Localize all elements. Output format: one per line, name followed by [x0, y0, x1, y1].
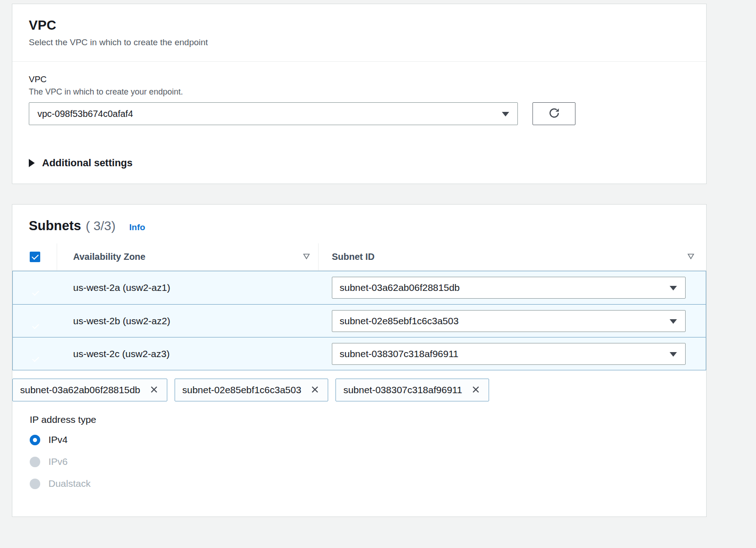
- chevron-down-icon: [502, 112, 509, 116]
- subnet-token-label: subnet-02e85ebf1c6c3a503: [182, 385, 301, 395]
- vpc-field-label: VPC: [29, 74, 690, 84]
- subnet-token: subnet-03a62ab06f28815db: [12, 379, 167, 401]
- table-row: us-west-2c (usw2-az3) subnet-038307c318a…: [13, 337, 706, 370]
- close-icon: [310, 385, 319, 395]
- column-header-subnet-id[interactable]: Subnet ID: [318, 243, 706, 270]
- ip-address-type-label: IP address type: [30, 414, 706, 425]
- radio-option-dualstack: Dualstack: [30, 478, 706, 489]
- subnets-table-header: Availability Zone Subnet ID: [12, 243, 706, 271]
- radio-selected-icon[interactable]: [30, 435, 40, 445]
- radio-label: Dualstack: [48, 478, 91, 489]
- subnet-token: subnet-038307c318af96911: [335, 379, 489, 401]
- chevron-down-icon: [670, 319, 677, 324]
- subnet-token-label: subnet-038307c318af96911: [343, 385, 462, 395]
- subnets-counter: ( 3/3): [85, 219, 115, 233]
- vpc-field-description: The VPC in which to create your endpoint…: [29, 87, 690, 97]
- radio-label: IPv4: [48, 434, 68, 445]
- availability-zone-cell: us-west-2b (usw2-az2): [57, 316, 319, 327]
- vpc-card: VPC Select the VPC in which to create th…: [12, 4, 707, 184]
- ip-address-type-section: IP address type IPv4 IPv6 Dualstack: [12, 401, 706, 516]
- subnet-select[interactable]: subnet-038307c318af96911: [332, 343, 686, 365]
- refresh-icon: [548, 107, 560, 121]
- select-all-checkbox[interactable]: [30, 252, 40, 262]
- additional-settings-label: Additional settings: [42, 157, 133, 169]
- additional-settings-toggle[interactable]: Additional settings: [12, 142, 706, 184]
- radio-option-ipv6: IPv6: [30, 456, 706, 467]
- availability-zone-cell: us-west-2a (usw2-az1): [57, 282, 319, 293]
- info-link[interactable]: Info: [129, 222, 145, 232]
- radio-option-ipv4[interactable]: IPv4: [30, 434, 706, 445]
- subnet-token-label: subnet-03a62ab06f28815db: [20, 385, 140, 395]
- vpc-select[interactable]: vpc-098f53b674c0afaf4: [29, 102, 518, 125]
- close-icon: [149, 385, 159, 395]
- radio-disabled-icon: [30, 457, 40, 467]
- remove-token-button[interactable]: [309, 384, 320, 396]
- availability-zone-header-label: Availability Zone: [73, 252, 145, 262]
- subnet-select[interactable]: subnet-03a62ab06f28815db: [332, 277, 686, 299]
- refresh-button[interactable]: [532, 102, 575, 125]
- sort-icon[interactable]: [303, 253, 310, 261]
- expander-triangle-icon: [29, 159, 35, 167]
- vpc-card-body: VPC The VPC in which to create your endp…: [12, 62, 706, 142]
- chevron-down-icon: [670, 352, 677, 357]
- selected-subnet-tokens: subnet-03a62ab06f28815db subnet-02e85ebf…: [12, 379, 706, 401]
- table-row: us-west-2b (usw2-az2) subnet-02e85ebf1c6…: [13, 304, 706, 337]
- column-header-availability-zone[interactable]: Availability Zone: [57, 243, 318, 270]
- chevron-down-icon: [670, 286, 677, 290]
- vpc-card-title: VPC: [29, 18, 690, 33]
- close-icon: [471, 385, 480, 395]
- subnet-select[interactable]: subnet-02e85ebf1c6c3a503: [332, 310, 686, 332]
- subnets-title: Subnets: [29, 218, 81, 233]
- subnets-card: Subnets ( 3/3) Info Availability Zone Su…: [12, 204, 707, 517]
- subnet-select-value: subnet-03a62ab06f28815db: [340, 282, 460, 293]
- page: VPC Select the VPC in which to create th…: [0, 0, 756, 517]
- vpc-select-value: vpc-098f53b674c0afaf4: [37, 109, 133, 119]
- vpc-card-subtitle: Select the VPC in which to create the en…: [29, 37, 690, 47]
- remove-token-button[interactable]: [149, 384, 160, 396]
- subnets-card-header: Subnets ( 3/3) Info: [12, 205, 706, 243]
- subnet-select-value: subnet-02e85ebf1c6c3a503: [340, 316, 458, 327]
- subnet-token: subnet-02e85ebf1c6c3a503: [175, 379, 328, 401]
- subnet-select-value: subnet-038307c318af96911: [340, 348, 458, 359]
- remove-token-button[interactable]: [470, 384, 481, 396]
- table-row: us-west-2a (usw2-az1) subnet-03a62ab06f2…: [13, 271, 706, 304]
- vpc-card-header: VPC Select the VPC in which to create th…: [12, 4, 706, 62]
- radio-disabled-icon: [30, 479, 40, 489]
- availability-zone-cell: us-west-2c (usw2-az3): [57, 348, 319, 359]
- subnet-id-header-label: Subnet ID: [332, 252, 374, 262]
- sort-icon[interactable]: [687, 253, 694, 261]
- subnets-rows-group: us-west-2a (usw2-az1) subnet-03a62ab06f2…: [12, 271, 706, 370]
- radio-label: IPv6: [48, 456, 68, 467]
